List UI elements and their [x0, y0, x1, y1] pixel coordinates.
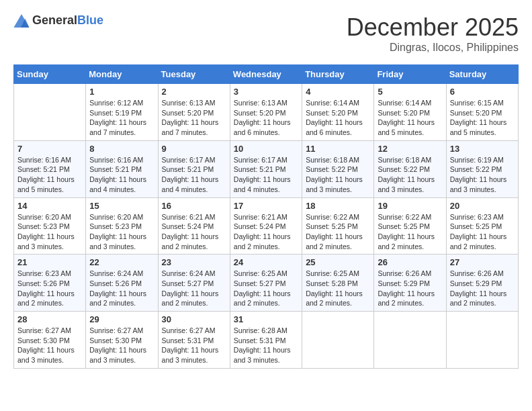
day-number: 3 — [234, 87, 298, 97]
day-number: 18 — [306, 201, 370, 211]
day-number: 8 — [89, 144, 154, 154]
calendar-cell: 15Sunrise: 6:20 AMSunset: 5:23 PMDayligh… — [86, 197, 158, 255]
calendar-week-row: 21Sunrise: 6:23 AMSunset: 5:26 PMDayligh… — [14, 255, 519, 312]
day-number: 30 — [162, 314, 226, 324]
day-info: Sunrise: 6:18 AMSunset: 5:22 PMDaylight:… — [306, 155, 370, 195]
calendar-cell: 11Sunrise: 6:18 AMSunset: 5:22 PMDayligh… — [302, 140, 374, 197]
day-number: 16 — [162, 201, 226, 211]
day-info: Sunrise: 6:13 AMSunset: 5:20 PMDaylight:… — [162, 98, 226, 138]
logo-general-text: General — [32, 13, 77, 27]
calendar-cell — [446, 312, 518, 369]
column-header-friday: Friday — [374, 65, 446, 84]
calendar-cell: 4Sunrise: 6:14 AMSunset: 5:20 PMDaylight… — [302, 84, 374, 141]
day-number: 25 — [306, 257, 370, 267]
day-number: 4 — [306, 87, 370, 97]
day-number: 5 — [378, 87, 442, 97]
logo: GeneralBlue — [13, 13, 103, 28]
calendar-cell — [374, 312, 446, 369]
calendar-cell: 31Sunrise: 6:28 AMSunset: 5:31 PMDayligh… — [230, 312, 302, 369]
day-number: 9 — [162, 144, 226, 154]
day-info: Sunrise: 6:20 AMSunset: 5:23 PMDaylight:… — [89, 212, 154, 252]
day-number: 31 — [234, 314, 298, 324]
calendar-cell: 2Sunrise: 6:13 AMSunset: 5:20 PMDaylight… — [158, 84, 230, 141]
calendar-cell: 5Sunrise: 6:14 AMSunset: 5:20 PMDaylight… — [374, 84, 446, 141]
month-title: December 2025 — [347, 13, 519, 42]
day-info: Sunrise: 6:27 AMSunset: 5:30 PMDaylight:… — [89, 326, 154, 365]
day-info: Sunrise: 6:16 AMSunset: 5:21 PMDaylight:… — [17, 155, 82, 195]
calendar-cell: 3Sunrise: 6:13 AMSunset: 5:20 PMDaylight… — [230, 84, 302, 141]
day-number: 20 — [450, 201, 515, 211]
calendar-cell: 18Sunrise: 6:22 AMSunset: 5:25 PMDayligh… — [302, 197, 374, 255]
day-info: Sunrise: 6:16 AMSunset: 5:21 PMDaylight:… — [89, 155, 154, 195]
day-number: 29 — [89, 314, 154, 324]
day-info: Sunrise: 6:24 AMSunset: 5:27 PMDaylight:… — [162, 269, 226, 308]
calendar-cell: 14Sunrise: 6:20 AMSunset: 5:23 PMDayligh… — [14, 197, 86, 255]
calendar-cell: 27Sunrise: 6:26 AMSunset: 5:29 PMDayligh… — [446, 255, 518, 312]
calendar-cell: 23Sunrise: 6:24 AMSunset: 5:27 PMDayligh… — [158, 255, 230, 312]
calendar-cell: 19Sunrise: 6:22 AMSunset: 5:25 PMDayligh… — [374, 197, 446, 255]
day-info: Sunrise: 6:19 AMSunset: 5:22 PMDaylight:… — [450, 155, 515, 195]
day-number: 13 — [450, 144, 515, 154]
calendar-table: SundayMondayTuesdayWednesdayThursdayFrid… — [13, 64, 519, 369]
calendar-cell: 12Sunrise: 6:18 AMSunset: 5:22 PMDayligh… — [374, 140, 446, 197]
day-number: 11 — [306, 144, 370, 154]
day-info: Sunrise: 6:25 AMSunset: 5:28 PMDaylight:… — [306, 269, 370, 308]
day-info: Sunrise: 6:24 AMSunset: 5:26 PMDaylight:… — [89, 269, 154, 308]
column-header-tuesday: Tuesday — [158, 65, 230, 84]
day-number: 1 — [89, 87, 154, 97]
calendar-cell: 26Sunrise: 6:26 AMSunset: 5:29 PMDayligh… — [374, 255, 446, 312]
day-number: 21 — [17, 257, 82, 267]
day-number: 28 — [17, 314, 82, 324]
day-number: 14 — [17, 201, 82, 211]
column-header-sunday: Sunday — [14, 65, 86, 84]
calendar-cell: 24Sunrise: 6:25 AMSunset: 5:27 PMDayligh… — [230, 255, 302, 312]
column-header-monday: Monday — [86, 65, 158, 84]
column-header-wednesday: Wednesday — [230, 65, 302, 84]
calendar-cell — [14, 84, 86, 141]
day-number: 23 — [162, 257, 226, 267]
calendar-header-row: SundayMondayTuesdayWednesdayThursdayFrid… — [14, 65, 519, 84]
day-info: Sunrise: 6:25 AMSunset: 5:27 PMDaylight:… — [234, 269, 298, 308]
day-info: Sunrise: 6:17 AMSunset: 5:21 PMDaylight:… — [162, 155, 226, 195]
day-info: Sunrise: 6:26 AMSunset: 5:29 PMDaylight:… — [378, 269, 442, 308]
calendar-week-row: 14Sunrise: 6:20 AMSunset: 5:23 PMDayligh… — [14, 197, 519, 255]
calendar-cell: 6Sunrise: 6:15 AMSunset: 5:20 PMDaylight… — [446, 84, 518, 141]
calendar-cell: 30Sunrise: 6:27 AMSunset: 5:31 PMDayligh… — [158, 312, 230, 369]
day-info: Sunrise: 6:27 AMSunset: 5:31 PMDaylight:… — [162, 326, 226, 365]
calendar-cell: 28Sunrise: 6:27 AMSunset: 5:30 PMDayligh… — [14, 312, 86, 369]
day-number: 27 — [450, 257, 515, 267]
calendar-cell: 22Sunrise: 6:24 AMSunset: 5:26 PMDayligh… — [86, 255, 158, 312]
day-info: Sunrise: 6:22 AMSunset: 5:25 PMDaylight:… — [306, 212, 370, 252]
day-info: Sunrise: 6:21 AMSunset: 5:24 PMDaylight:… — [162, 212, 226, 252]
calendar-cell: 7Sunrise: 6:16 AMSunset: 5:21 PMDaylight… — [14, 140, 86, 197]
day-number: 2 — [162, 87, 226, 97]
calendar-cell: 10Sunrise: 6:17 AMSunset: 5:21 PMDayligh… — [230, 140, 302, 197]
day-info: Sunrise: 6:15 AMSunset: 5:20 PMDaylight:… — [450, 98, 515, 138]
calendar-cell: 17Sunrise: 6:21 AMSunset: 5:24 PMDayligh… — [230, 197, 302, 255]
day-info: Sunrise: 6:14 AMSunset: 5:20 PMDaylight:… — [306, 98, 370, 138]
day-info: Sunrise: 6:18 AMSunset: 5:22 PMDaylight:… — [378, 155, 442, 195]
day-info: Sunrise: 6:14 AMSunset: 5:20 PMDaylight:… — [378, 98, 442, 138]
calendar-cell: 16Sunrise: 6:21 AMSunset: 5:24 PMDayligh… — [158, 197, 230, 255]
calendar-cell: 29Sunrise: 6:27 AMSunset: 5:30 PMDayligh… — [86, 312, 158, 369]
day-info: Sunrise: 6:20 AMSunset: 5:23 PMDaylight:… — [17, 212, 82, 252]
calendar-cell: 8Sunrise: 6:16 AMSunset: 5:21 PMDaylight… — [86, 140, 158, 197]
day-info: Sunrise: 6:22 AMSunset: 5:25 PMDaylight:… — [378, 212, 442, 252]
calendar-cell — [302, 312, 374, 369]
day-info: Sunrise: 6:12 AMSunset: 5:19 PMDaylight:… — [89, 98, 154, 138]
page-header: GeneralBlue December 2025 Dingras, Iloco… — [13, 13, 519, 54]
day-info: Sunrise: 6:23 AMSunset: 5:25 PMDaylight:… — [450, 212, 515, 252]
calendar-cell: 13Sunrise: 6:19 AMSunset: 5:22 PMDayligh… — [446, 140, 518, 197]
column-header-saturday: Saturday — [446, 65, 518, 84]
day-number: 22 — [89, 257, 154, 267]
day-number: 19 — [378, 201, 442, 211]
calendar-cell: 1Sunrise: 6:12 AMSunset: 5:19 PMDaylight… — [86, 84, 158, 141]
day-number: 7 — [17, 144, 82, 154]
location-title: Dingras, Ilocos, Philippines — [347, 42, 519, 54]
day-number: 26 — [378, 257, 442, 267]
day-number: 12 — [378, 144, 442, 154]
calendar-week-row: 7Sunrise: 6:16 AMSunset: 5:21 PMDaylight… — [14, 140, 519, 197]
title-block: December 2025 Dingras, Ilocos, Philippin… — [347, 13, 519, 54]
logo-icon — [13, 14, 30, 28]
day-info: Sunrise: 6:28 AMSunset: 5:31 PMDaylight:… — [234, 326, 298, 365]
